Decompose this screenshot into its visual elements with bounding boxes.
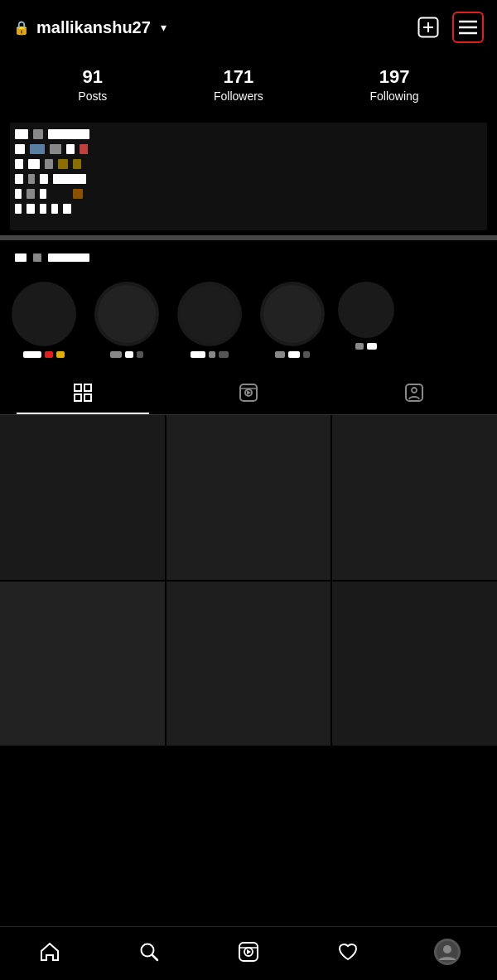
following-stat[interactable]: 197 Following bbox=[370, 66, 419, 103]
grid-cell-4[interactable] bbox=[0, 582, 165, 746]
profile-bio-area bbox=[0, 116, 497, 273]
svg-point-23 bbox=[443, 945, 451, 953]
lock-icon: 🔒 bbox=[13, 20, 30, 36]
following-label: Following bbox=[370, 89, 419, 103]
stats-row: 91 Posts 171 Followers 197 Following bbox=[0, 51, 497, 116]
highlight-label-4 bbox=[275, 351, 310, 360]
reels-icon bbox=[239, 383, 258, 403]
chevron-down-icon[interactable]: ▾ bbox=[161, 21, 166, 34]
followers-count: 171 bbox=[224, 66, 254, 88]
tab-reels[interactable] bbox=[166, 371, 331, 414]
grid-cell-6[interactable] bbox=[332, 582, 497, 746]
svg-marker-21 bbox=[247, 949, 251, 954]
photo-grid bbox=[0, 415, 497, 746]
grid-cell-1[interactable] bbox=[0, 415, 165, 580]
hamburger-icon bbox=[459, 20, 477, 35]
grid-cell-3[interactable] bbox=[332, 415, 497, 580]
highlight-label-1 bbox=[23, 351, 65, 360]
search-button[interactable] bbox=[129, 935, 169, 968]
highlights-row bbox=[7, 282, 490, 360]
posts-stat[interactable]: 91 Posts bbox=[78, 66, 107, 103]
highlight-label-5 bbox=[355, 343, 377, 351]
highlight-circle-5 bbox=[338, 282, 394, 338]
svg-rect-9 bbox=[84, 394, 91, 401]
highlight-circle-1 bbox=[12, 282, 76, 346]
highlight-item-4[interactable] bbox=[255, 282, 330, 360]
profile-button[interactable] bbox=[427, 935, 467, 968]
highlight-label-3 bbox=[191, 351, 229, 360]
home-button[interactable] bbox=[30, 935, 70, 968]
separator-bar bbox=[0, 235, 497, 240]
grid-cell-5[interactable] bbox=[166, 582, 331, 746]
bottom-nav bbox=[0, 926, 497, 980]
highlight-circle-4 bbox=[260, 282, 325, 346]
home-icon bbox=[39, 941, 60, 963]
highlights-label-area bbox=[0, 245, 497, 270]
activity-button[interactable] bbox=[328, 935, 368, 968]
svg-line-17 bbox=[152, 955, 157, 960]
top-bar: 🔒 mallikanshu27 ▾ bbox=[0, 0, 497, 51]
highlights-section bbox=[0, 273, 497, 371]
profile-avatar bbox=[434, 939, 461, 965]
add-post-button[interactable] bbox=[413, 12, 444, 43]
highlight-label-2 bbox=[110, 351, 143, 360]
top-bar-right bbox=[413, 12, 484, 43]
highlight-item-5[interactable] bbox=[338, 282, 394, 351]
highlight-circle-2 bbox=[94, 282, 159, 346]
menu-button[interactable] bbox=[452, 12, 484, 43]
posts-count: 91 bbox=[83, 66, 103, 88]
svg-point-15 bbox=[412, 388, 417, 393]
username: mallikanshu27 bbox=[36, 18, 151, 37]
reels-nav-button[interactable] bbox=[229, 935, 268, 968]
tagged-icon bbox=[404, 383, 424, 403]
reels-nav-icon bbox=[238, 941, 259, 963]
heart-icon bbox=[337, 941, 359, 963]
highlight-item-1[interactable] bbox=[7, 282, 81, 360]
add-icon bbox=[417, 17, 439, 38]
followers-label: Followers bbox=[214, 89, 263, 103]
svg-rect-6 bbox=[75, 384, 81, 391]
svg-rect-8 bbox=[75, 394, 81, 401]
profile-tabs bbox=[0, 371, 497, 415]
grid-cell-2[interactable] bbox=[166, 415, 331, 580]
following-count: 197 bbox=[379, 66, 410, 88]
highlight-item-3[interactable] bbox=[172, 282, 247, 360]
followers-stat[interactable]: 171 Followers bbox=[214, 66, 263, 103]
highlight-item-2[interactable] bbox=[89, 282, 164, 360]
posts-label: Posts bbox=[78, 89, 107, 103]
svg-rect-7 bbox=[84, 384, 91, 391]
avatar-icon bbox=[436, 940, 459, 963]
tab-grid[interactable] bbox=[0, 371, 166, 414]
highlight-circle-3 bbox=[177, 282, 242, 346]
grid-icon bbox=[73, 383, 93, 403]
search-icon bbox=[138, 941, 160, 963]
bio-pixelated bbox=[10, 123, 487, 230]
top-bar-left: 🔒 mallikanshu27 ▾ bbox=[13, 18, 166, 37]
tab-tagged[interactable] bbox=[331, 371, 497, 414]
